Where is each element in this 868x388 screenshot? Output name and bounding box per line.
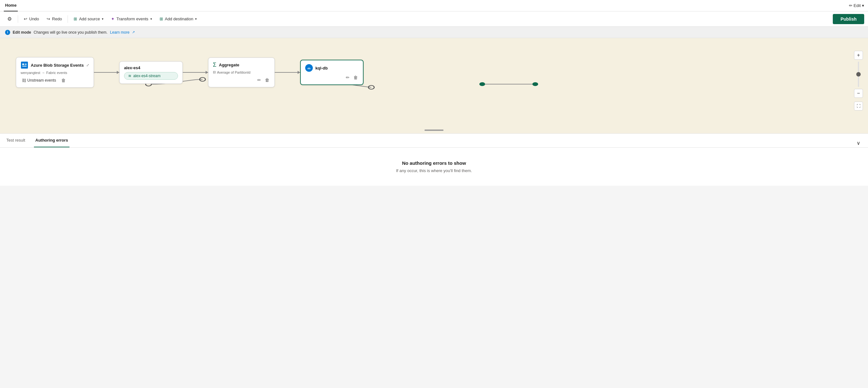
bottom-tabs: Test result Authoring errors ∨	[0, 134, 868, 148]
gear-icon: ⚙	[7, 16, 12, 22]
unstream-icon: ⛓	[22, 78, 26, 83]
source-node-subtitle: wenyangtest → Fabric events	[21, 71, 89, 74]
transform-node-header: Σ Aggregate	[213, 62, 270, 68]
svg-rect-6	[21, 62, 28, 68]
settings-button[interactable]: ⚙	[4, 13, 15, 25]
edit-label: Edit	[854, 3, 861, 8]
transform-node-title: Aggregate	[219, 63, 270, 67]
connector-2	[183, 72, 208, 73]
source-node[interactable]: Azure Blob Storage Events ⤢ wenyangtest …	[16, 57, 94, 88]
source-node-title: Azure Blob Storage Events	[31, 63, 84, 68]
redo-label: Redo	[52, 17, 62, 21]
undo-icon: ↩	[24, 17, 27, 21]
stream-node-header: alex-es4	[124, 65, 178, 70]
stream-node[interactable]: alex-es4 ≋ alex-es4-stream	[119, 61, 183, 84]
source-subtitle-text: wenyangtest	[21, 71, 40, 74]
add-destination-icon: ⊞	[160, 17, 163, 21]
transform-icon: ✦	[111, 17, 115, 21]
redo-icon: ↪	[46, 17, 50, 21]
svg-rect-8	[25, 63, 27, 65]
svg-point-3	[368, 85, 374, 89]
destination-delete-icon[interactable]: 🗑	[353, 74, 359, 81]
destination-node-title: kql-db	[315, 66, 359, 70]
stream-node-title: alex-es4	[124, 65, 178, 70]
add-source-label: Add source	[79, 17, 100, 21]
toolbar-divider	[18, 15, 18, 23]
tab-authoring-errors[interactable]: Authoring errors	[34, 133, 69, 147]
source-node-header: Azure Blob Storage Events ⤢	[21, 61, 89, 69]
add-destination-chevron-icon: ▾	[195, 17, 197, 21]
svg-rect-9	[22, 66, 27, 67]
unstream-label: Unstream events	[27, 78, 56, 83]
home-tab[interactable]: Home	[4, 0, 18, 11]
publish-button[interactable]: Publish	[833, 14, 864, 24]
edit-mode-label: Edit mode	[13, 30, 31, 35]
zoom-thumb[interactable]	[856, 72, 861, 77]
zoom-slider[interactable]	[858, 62, 859, 87]
add-destination-label: Add destination	[165, 17, 193, 21]
svg-text:db: db	[307, 67, 311, 70]
transform-events-label: Transform events	[117, 17, 149, 21]
chevron-down-icon: ∨	[857, 140, 860, 146]
bottom-content: No authoring errors to show If any occur…	[0, 148, 868, 186]
zoom-in-button[interactable]: +	[854, 51, 863, 60]
fit-button[interactable]: ⛶	[854, 101, 863, 111]
add-source-icon: ⊞	[73, 17, 77, 21]
arrow-icon: →	[41, 71, 45, 74]
edit-button[interactable]: ✏ Edit ▾	[849, 3, 864, 8]
edit-banner: i Edit mode Changes will go live once yo…	[0, 27, 868, 38]
authoring-errors-label: Authoring errors	[35, 138, 68, 143]
add-source-button[interactable]: ⊞ Add source ▾	[70, 14, 106, 23]
no-errors-title: No authoring errors to show	[402, 160, 466, 166]
learn-more-link[interactable]: Learn more	[110, 30, 129, 35]
chevron-down-icon: ▾	[862, 3, 864, 8]
edit-banner-message: Changes will go live once you publish th…	[34, 30, 107, 35]
title-bar: Home ✏ Edit ▾	[0, 0, 868, 11]
transform-edit-icon[interactable]: ✏	[257, 77, 262, 83]
tab-test-result[interactable]: Test result	[5, 133, 26, 147]
aggregate-icon: Σ	[213, 62, 216, 68]
test-result-label: Test result	[6, 138, 25, 143]
bottom-panel: Test result Authoring errors ∨ No author…	[0, 133, 868, 186]
source-delete-button[interactable]: 🗑	[60, 77, 67, 84]
scroll-indicator	[425, 129, 443, 131]
info-icon: i	[5, 30, 10, 35]
add-source-chevron-icon: ▾	[102, 17, 103, 21]
destination-node-header: db kql-db	[305, 64, 359, 72]
bottom-tab-actions: ∨	[854, 139, 863, 147]
undo-button[interactable]: ↩ Undo	[21, 14, 42, 23]
fit-icon: ⛶	[857, 104, 860, 108]
toolbar: ⚙ ↩ Undo ↪ Redo ⊞ Add source ▾ ✦ Transfo…	[0, 11, 868, 27]
external-link-icon: ↗	[132, 30, 135, 34]
kql-icon: db	[305, 64, 313, 72]
pencil-icon: ✏	[849, 3, 852, 8]
table-icon: ⊟	[213, 70, 216, 74]
stream-pill-label: alex-es4-stream	[133, 74, 160, 78]
connector-1	[94, 72, 119, 73]
no-errors-subtitle: If any occur, this is where you'll find …	[396, 168, 472, 173]
destination-edit-icon[interactable]: ✏	[345, 74, 350, 81]
zoom-out-button[interactable]: −	[854, 89, 863, 98]
transform-subtitle-text: Average of PartitionId	[217, 70, 251, 74]
transform-delete-icon[interactable]: 🗑	[264, 77, 270, 83]
unstream-events-button[interactable]: ⛓ Unstream events	[21, 78, 57, 84]
nodes-wrapper: Azure Blob Storage Events ⤢ wenyangtest …	[16, 57, 364, 88]
transform-node-subtitle: ⊟ Average of PartitionId	[213, 70, 270, 74]
destination-node[interactable]: db kql-db ✏ 🗑	[300, 60, 364, 85]
add-destination-button[interactable]: ⊞ Add destination ▾	[156, 14, 200, 23]
collapse-panel-button[interactable]: ∨	[854, 139, 863, 147]
undo-label: Undo	[29, 17, 39, 21]
stream-pill[interactable]: ≋ alex-es4-stream	[124, 72, 178, 80]
svg-rect-7	[22, 63, 24, 65]
svg-point-5	[532, 82, 538, 86]
expand-icon[interactable]: ⤢	[86, 63, 89, 67]
transform-node[interactable]: Σ Aggregate ⊟ Average of PartitionId ✏ 🗑	[208, 57, 275, 87]
connector-3	[275, 72, 300, 73]
zoom-controls: + − ⛶	[854, 51, 863, 111]
transform-chevron-icon: ▾	[150, 17, 152, 21]
transform-events-button[interactable]: ✦ Transform events ▾	[108, 14, 155, 23]
fabric-label: Fabric events	[46, 71, 67, 74]
redo-button[interactable]: ↪ Redo	[43, 14, 65, 23]
svg-point-4	[479, 82, 485, 86]
canvas[interactable]: Azure Blob Storage Events ⤢ wenyangtest …	[0, 38, 868, 133]
